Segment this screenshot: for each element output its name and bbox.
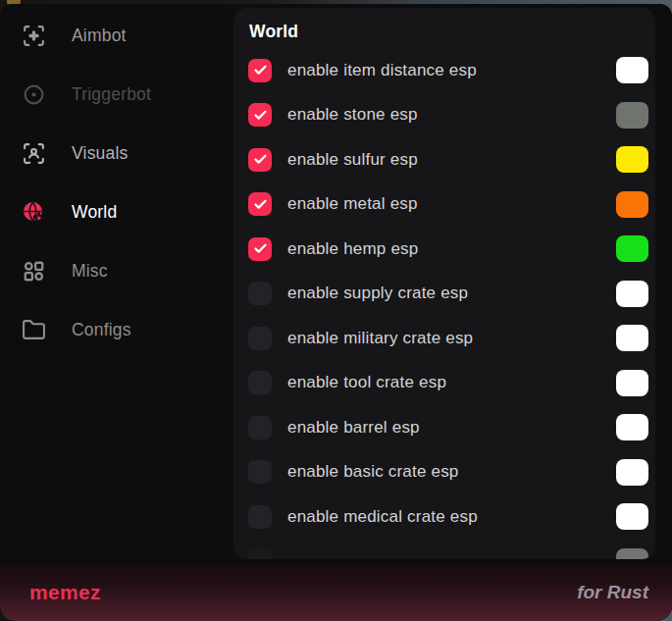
globe-star-icon	[22, 200, 46, 225]
esp-option-row: enable supply crate esp	[233, 272, 655, 317]
esp-color-swatch[interactable]	[616, 503, 648, 530]
esp-option-row: enable sulfur esp	[233, 137, 655, 182]
sidebar-item-world[interactable]: World	[0, 182, 231, 241]
panel-title: World	[249, 22, 655, 42]
esp-option-label: enable item distance esp	[287, 61, 477, 80]
esp-checkbox[interactable]	[248, 237, 272, 261]
esp-checkbox[interactable]	[248, 282, 272, 305]
cheat-menu-window: Aimbot Triggerbot Visuals	[0, 4, 672, 621]
checkmark-icon	[253, 197, 268, 212]
esp-option-row: enable tool crate esp	[233, 361, 655, 406]
esp-option-row: enable military crate esp	[233, 316, 655, 361]
circle-dot-icon	[22, 82, 46, 107]
esp-color-swatch[interactable]	[616, 548, 648, 559]
esp-option-label: enable military crate esp	[287, 329, 473, 348]
world-panel: World enable item distance esp enable st…	[233, 8, 655, 559]
esp-checkbox[interactable]	[248, 192, 272, 216]
esp-checkbox[interactable]	[248, 416, 272, 440]
esp-checkbox[interactable]	[248, 148, 272, 172]
sidebar-item-label: Aimbot	[72, 26, 127, 46]
esp-checkbox[interactable]	[248, 327, 272, 350]
esp-checkbox[interactable]	[248, 460, 272, 484]
esp-option-label: enable supply crate esp	[287, 284, 468, 303]
esp-checkbox[interactable]	[248, 549, 272, 559]
sidebar-item-triggerbot[interactable]: Triggerbot	[0, 65, 231, 124]
esp-option-label: enable medical crate esp	[287, 507, 478, 527]
checkmark-icon	[253, 241, 268, 256]
sidebar-item-label: Triggerbot	[72, 84, 151, 105]
esp-option-label: enable sulfur esp	[287, 150, 418, 170]
esp-color-swatch[interactable]	[616, 325, 648, 351]
checkmark-icon	[253, 108, 268, 123]
esp-color-swatch[interactable]	[616, 414, 648, 440]
esp-color-swatch[interactable]	[616, 102, 648, 129]
sidebar-item-misc[interactable]: Misc	[0, 241, 231, 300]
sidebar-item-label: Misc	[72, 261, 108, 282]
esp-color-swatch[interactable]	[616, 281, 648, 307]
esp-checkbox[interactable]	[248, 103, 272, 127]
esp-option-row: enable basic crate esp	[233, 450, 655, 495]
esp-checkbox[interactable]	[248, 59, 272, 82]
esp-option-label: enable basic crate esp	[287, 462, 459, 482]
esp-option-row: enable medical crate esp	[233, 494, 655, 540]
sidebar-item-label: Configs	[72, 320, 131, 340]
esp-color-swatch[interactable]	[616, 146, 648, 173]
brand-name: memez	[29, 581, 101, 604]
esp-color-swatch[interactable]	[616, 370, 648, 396]
esp-option-row: enable hemp esp	[233, 227, 655, 272]
esp-option-row: enable barrel esp	[233, 405, 655, 450]
esp-option-row: enable item distance esp	[233, 48, 655, 93]
crosshair-scan-icon	[22, 24, 46, 48]
esp-option-row: enable metal esp	[233, 182, 655, 228]
shapes-grid-icon	[22, 259, 46, 284]
esp-checkbox[interactable]	[248, 505, 272, 529]
footer-bar: memez for Rust	[0, 564, 672, 621]
esp-color-swatch[interactable]	[616, 459, 648, 486]
esp-option-row: enable stone esp	[233, 93, 655, 138]
sidebar-item-label: World	[72, 202, 117, 223]
esp-color-swatch[interactable]	[616, 191, 648, 218]
sidebar-item-aimbot[interactable]: Aimbot	[0, 6, 231, 65]
esp-option-label: enable hemp esp	[287, 239, 418, 259]
brand-tagline: for Rust	[577, 582, 648, 603]
esp-option-list: enable item distance esp enable stone es…	[233, 48, 655, 559]
esp-option-label: enable metal esp	[287, 194, 418, 214]
sidebar-item-visuals[interactable]: Visuals	[0, 124, 231, 182]
folder-icon	[22, 318, 46, 342]
checkmark-icon	[253, 63, 268, 78]
esp-option-label: enable tool crate esp	[287, 373, 446, 392]
sidebar-item-configs[interactable]: Configs	[0, 300, 231, 359]
esp-option-label: enable stone esp	[287, 105, 418, 125]
esp-option-row	[233, 540, 655, 560]
checkmark-icon	[253, 152, 268, 167]
esp-checkbox[interactable]	[248, 371, 272, 394]
esp-color-swatch[interactable]	[616, 235, 648, 262]
sidebar-item-label: Visuals	[72, 143, 129, 164]
sidebar: Aimbot Triggerbot Visuals	[0, 4, 231, 564]
user-scan-icon	[22, 141, 46, 166]
esp-color-swatch[interactable]	[616, 57, 648, 83]
esp-option-label: enable barrel esp	[287, 418, 420, 438]
